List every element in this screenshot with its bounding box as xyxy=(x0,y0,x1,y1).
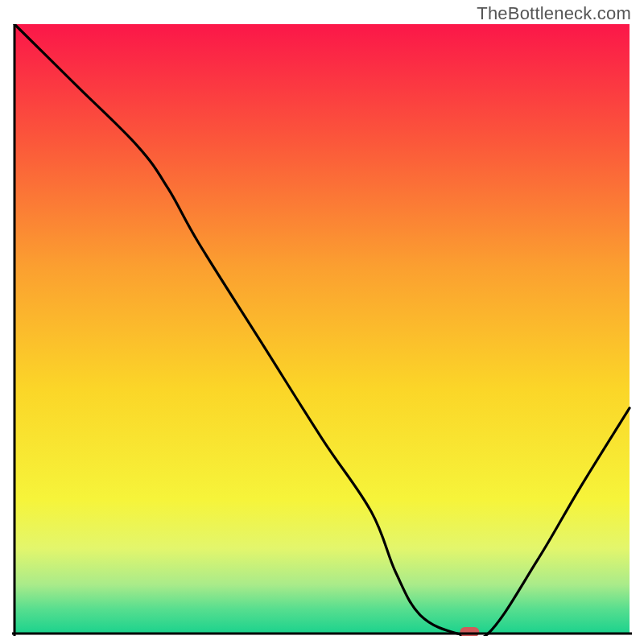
bottleneck-chart xyxy=(12,24,632,636)
chart-svg xyxy=(12,24,632,636)
watermark-text: TheBottleneck.com xyxy=(477,3,631,24)
